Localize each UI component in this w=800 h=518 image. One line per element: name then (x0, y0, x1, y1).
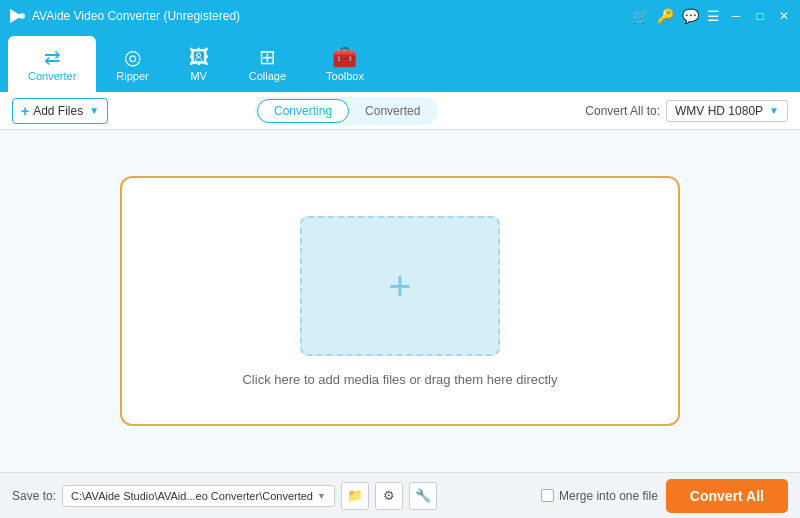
convert-all-to-group: Convert All to: WMV HD 1080P ▼ (585, 100, 788, 122)
convert-all-to-label: Convert All to: (585, 104, 660, 118)
save-path-text: C:\AVAide Studio\AVAid...eo Converter\Co… (71, 490, 313, 502)
nav-item-toolbox[interactable]: 🧰 Toolbox (306, 36, 384, 92)
format-selector[interactable]: WMV HD 1080P ▼ (666, 100, 788, 122)
drop-plus-icon: + (388, 266, 411, 306)
add-files-button[interactable]: + Add Files ▼ (12, 98, 108, 124)
convert-all-button[interactable]: Convert All (666, 479, 788, 513)
tools-button[interactable]: 🔧 (409, 482, 437, 510)
tools-icon: 🔧 (415, 488, 431, 503)
tab-converting[interactable]: Converting (257, 99, 349, 123)
cart-icon[interactable]: 🛒 (632, 9, 649, 23)
add-files-label: Add Files (33, 104, 83, 118)
nav-label-collage: Collage (249, 70, 286, 82)
settings-icon-button[interactable]: ⚙ (375, 482, 403, 510)
title-left: AVAide Video Converter (Unregistered) (8, 7, 240, 25)
save-to-label: Save to: (12, 489, 56, 503)
save-to-group: Save to: C:\AVAide Studio\AVAid...eo Con… (12, 482, 437, 510)
merge-checkbox-group: Merge into one file (541, 489, 658, 503)
save-path-dropdown-arrow: ▼ (317, 491, 326, 501)
selected-format: WMV HD 1080P (675, 104, 763, 118)
folder-icon: 📁 (347, 488, 363, 503)
nav-bar: ⇄ Converter ◎ Ripper 🖼 MV ⊞ Collage 🧰 To… (0, 32, 800, 92)
add-files-dropdown-arrow: ▼ (89, 105, 99, 116)
menu-icon[interactable]: ☰ (707, 9, 720, 23)
drop-zone-outer[interactable]: + Click here to add media files or drag … (120, 176, 680, 426)
merge-checkbox[interactable] (541, 489, 554, 502)
title-bar: AVAide Video Converter (Unregistered) 🛒 … (0, 0, 800, 32)
nav-item-mv[interactable]: 🖼 MV (169, 36, 229, 92)
maximize-button[interactable]: □ (752, 8, 768, 24)
key-icon[interactable]: 🔑 (657, 9, 674, 23)
right-controls: Merge into one file Convert All (541, 479, 788, 513)
mv-icon: 🖼 (189, 47, 209, 67)
merge-label: Merge into one file (559, 489, 658, 503)
save-path-selector[interactable]: C:\AVAide Studio\AVAid...eo Converter\Co… (62, 485, 335, 507)
app-logo-icon (8, 7, 26, 25)
toolbox-icon: 🧰 (332, 47, 357, 67)
title-controls: 🛒 🔑 💬 ☰ ─ □ ✕ (632, 8, 792, 24)
convert-all-label: Convert All (690, 488, 764, 504)
nav-label-ripper: Ripper (116, 70, 148, 82)
nav-item-ripper[interactable]: ◎ Ripper (96, 36, 168, 92)
svg-point-1 (19, 13, 25, 19)
drop-hint: Click here to add media files or drag th… (242, 372, 557, 387)
settings-icon: ⚙ (383, 488, 395, 503)
nav-label-converter: Converter (28, 70, 76, 82)
nav-item-converter[interactable]: ⇄ Converter (8, 36, 96, 92)
drop-zone-inner[interactable]: + (300, 216, 500, 356)
close-button[interactable]: ✕ (776, 8, 792, 24)
browse-folder-button[interactable]: 📁 (341, 482, 369, 510)
tab-group: Converting Converted (255, 97, 438, 125)
add-icon: + (21, 103, 29, 119)
app-title: AVAide Video Converter (Unregistered) (32, 9, 240, 23)
status-bar: Save to: C:\AVAide Studio\AVAid...eo Con… (0, 472, 800, 518)
ripper-icon: ◎ (124, 47, 141, 67)
nav-item-collage[interactable]: ⊞ Collage (229, 36, 306, 92)
main-content: + Click here to add media files or drag … (0, 130, 800, 472)
format-dropdown-arrow: ▼ (769, 105, 779, 116)
nav-label-toolbox: Toolbox (326, 70, 364, 82)
minimize-button[interactable]: ─ (728, 8, 744, 24)
tab-converted[interactable]: Converted (349, 100, 436, 122)
converter-icon: ⇄ (44, 47, 61, 67)
toolbar: + Add Files ▼ Converting Converted Conve… (0, 92, 800, 130)
collage-icon: ⊞ (259, 47, 276, 67)
nav-label-mv: MV (190, 70, 207, 82)
chat-icon[interactable]: 💬 (682, 9, 699, 23)
